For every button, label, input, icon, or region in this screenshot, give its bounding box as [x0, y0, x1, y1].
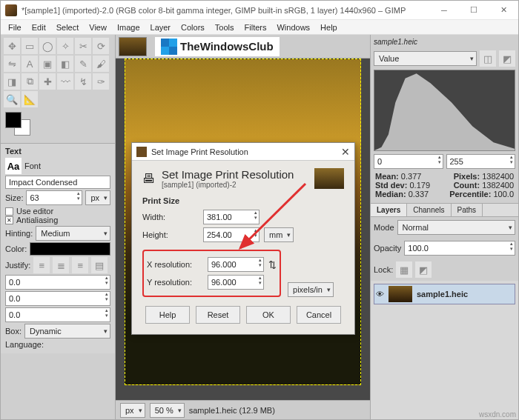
ok-button[interactable]: OK	[246, 306, 291, 324]
histogram-channel-select[interactable]: Value	[374, 51, 477, 66]
justify-fill-icon[interactable]: ▤	[91, 257, 108, 273]
minimize-button[interactable]: ─	[429, 1, 459, 20]
tool-picker-icon[interactable]: ✑	[93, 73, 109, 90]
close-button[interactable]: ✕	[489, 1, 518, 20]
maximize-button[interactable]: ☐	[459, 1, 489, 20]
font-preview-icon[interactable]: Aa	[5, 158, 22, 174]
tool-eraser-icon[interactable]: ◨	[4, 73, 20, 90]
color-swatches[interactable]	[1, 110, 115, 143]
tool-zoom-icon[interactable]: 🔍	[4, 91, 20, 107]
justify-left-icon[interactable]: ≡	[33, 257, 50, 273]
tool-measure-icon[interactable]: 📐	[22, 91, 38, 107]
link-icon[interactable]: ⇅	[268, 259, 277, 270]
width-spinner[interactable]: 381.00	[203, 210, 260, 224]
layer-list: 👁 sample1.heic	[371, 281, 518, 419]
indent-spinner[interactable]: 0.0	[5, 275, 110, 290]
letterspace-spinner[interactable]: 0.0	[5, 307, 110, 322]
dialog-titlebar[interactable]: Set Image Print Resolution ✕	[132, 143, 354, 161]
box-label: Box:	[5, 327, 22, 336]
toolbox: ✥ ▭ ◯ ✧ ✂ ⟳ ⇋ A ▣ ◧ ✎ 🖌 ◨ ⧉ ✚ 〰 ↯ ✑ 🔍 📐	[1, 35, 115, 110]
tool-heal-icon[interactable]: ✚	[39, 73, 56, 90]
lock-label: Lock:	[374, 265, 393, 274]
dialog-close-icon[interactable]: ✕	[341, 146, 350, 158]
menu-image[interactable]: Image	[117, 23, 140, 32]
menu-layer[interactable]: Layer	[151, 23, 171, 32]
log-icon[interactable]: ◩	[499, 50, 515, 67]
xres-spinner[interactable]: 96.000	[208, 257, 264, 272]
menu-file[interactable]: File	[8, 23, 22, 32]
tool-text-icon[interactable]: A	[22, 56, 38, 72]
menu-windows[interactable]: Windows	[277, 23, 310, 32]
linear-icon[interactable]: ◫	[480, 50, 496, 67]
menu-colors[interactable]: Colors	[181, 23, 205, 32]
size-unit-select[interactable]: px	[85, 190, 110, 205]
tool-path-icon[interactable]: ↯	[75, 73, 91, 90]
tool-fill-icon[interactable]: ▣	[39, 56, 56, 72]
use-editor-check[interactable]: Use editor	[5, 207, 110, 216]
fg-color[interactable]	[5, 112, 22, 128]
range-hi[interactable]: 255	[446, 154, 516, 169]
tool-smudge-icon[interactable]: 〰	[57, 73, 73, 90]
menu-help[interactable]: Help	[320, 23, 337, 32]
image-thumbnail[interactable]	[119, 37, 147, 56]
size-spinner[interactable]: 63	[26, 190, 82, 205]
tool-crop-icon[interactable]: ✂	[75, 38, 91, 54]
tool-gradient-icon[interactable]: ◧	[57, 56, 73, 72]
yres-label: Y resolution:	[147, 278, 203, 287]
justify-right-icon[interactable]: ≡	[72, 257, 88, 273]
tab-channels[interactable]: Channels	[407, 204, 451, 216]
titlebar: *[sample1] (imported)-2.0 (RGB color 8-b…	[1, 1, 518, 20]
justify-center-icon[interactable]: ≣	[53, 257, 69, 273]
mode-select[interactable]: Normal	[397, 220, 515, 235]
tool-pencil-icon[interactable]: ✎	[75, 56, 91, 72]
text-color-button[interactable]	[30, 242, 110, 256]
help-button[interactable]: Help	[145, 306, 190, 324]
tab-paths[interactable]: Paths	[452, 204, 483, 216]
panel-heading: Text	[5, 147, 110, 156]
opacity-spinner[interactable]: 100.0	[404, 241, 515, 256]
layer-item[interactable]: 👁 sample1.heic	[374, 284, 515, 304]
height-spinner[interactable]: 254.00	[203, 227, 260, 242]
antialias-check[interactable]: ✕Antialiasing	[5, 216, 110, 224]
tool-rotate-icon[interactable]: ⟳	[93, 38, 109, 54]
lock-pixel-icon[interactable]: ▦	[396, 261, 412, 278]
tool-lasso-icon[interactable]: ◯	[39, 38, 56, 54]
source-watermark: wsxdn.com	[479, 410, 516, 419]
lock-alpha-icon[interactable]: ◩	[415, 261, 432, 278]
dialog-preview	[314, 168, 344, 189]
cancel-button[interactable]: Cancel	[297, 306, 341, 324]
tool-move-icon[interactable]: ✥	[4, 38, 20, 54]
zoom-select[interactable]: 50 %	[150, 403, 185, 418]
hinting-select[interactable]: Medium	[36, 226, 110, 241]
res-unit-select[interactable]: pixels/in	[288, 282, 334, 297]
yres-spinner[interactable]: 96.000	[208, 275, 264, 290]
linespace-spinner[interactable]: 0.0	[5, 291, 110, 306]
menu-tools[interactable]: Tools	[215, 23, 234, 32]
tool-flip-icon[interactable]: ⇋	[4, 56, 20, 72]
size-unit-select[interactable]: mm	[264, 227, 294, 242]
menu-filters[interactable]: Filters	[245, 23, 267, 32]
tab-layers[interactable]: Layers	[371, 204, 407, 216]
box-select[interactable]: Dynamic	[24, 324, 110, 339]
watermark-logo: TheWindowsClub	[154, 36, 280, 57]
menu-view[interactable]: View	[89, 23, 107, 32]
right-tabs: Layers Channels Paths	[371, 203, 518, 217]
right-filename: sample1.heic	[371, 35, 518, 49]
font-field[interactable]: Impact Condensed	[5, 176, 110, 189]
dialog-title: Set Image Print Resolution	[151, 147, 248, 156]
printer-icon: 🖶	[142, 171, 156, 187]
tool-wand-icon[interactable]: ✧	[57, 38, 73, 54]
window-title: *[sample1] (imported)-2.0 (RGB color 8-b…	[22, 6, 429, 15]
tool-brush-icon[interactable]: 🖌	[93, 56, 109, 72]
dialog-subtitle: [sample1] (imported)-2	[162, 181, 294, 189]
reset-button[interactable]: Reset	[196, 306, 240, 324]
status-info: sample1.heic (12.9 MB)	[189, 406, 275, 415]
range-lo[interactable]: 0	[374, 154, 443, 169]
menu-edit[interactable]: Edit	[32, 23, 46, 32]
status-unit-select[interactable]: px	[120, 403, 145, 418]
eye-icon[interactable]: 👁	[376, 290, 384, 299]
tool-select-icon[interactable]: ▭	[22, 38, 38, 54]
dialog-heading: Set Image Print Resolution	[162, 168, 294, 181]
menu-select[interactable]: Select	[56, 23, 79, 32]
tool-clone-icon[interactable]: ⧉	[22, 73, 38, 90]
